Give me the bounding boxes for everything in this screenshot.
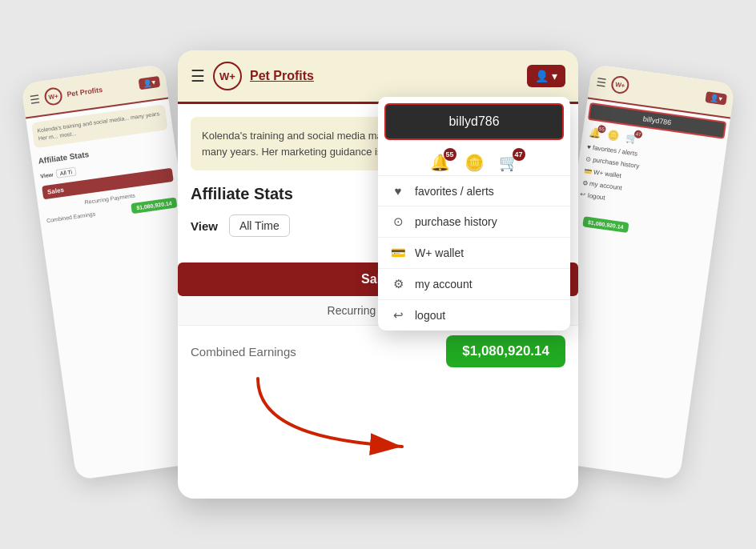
mini-right-earnings: $1,080,920.14	[582, 216, 629, 233]
cart-badge: 47	[513, 148, 525, 161]
cart-icon-btn[interactable]: 🛒 47	[499, 153, 519, 172]
combined-label: Combined Earnings	[191, 345, 296, 359]
menu-item-wallet[interactable]: 💳 W+ wallet	[378, 238, 570, 269]
gear-icon: ⚙	[391, 277, 405, 291]
mini-bell-icon: 🔔55	[589, 126, 602, 139]
mini-bell-badge: 55	[597, 125, 606, 134]
combined-earnings-row: Combined Earnings $1,080,920.14	[178, 326, 578, 377]
mini-site-name: Pet Profits	[66, 81, 135, 98]
user-icon: 👤	[535, 70, 549, 82]
wallet-icon-btn[interactable]: 🪙	[464, 153, 485, 172]
menu-item-history[interactable]: ⊙ purchase history	[378, 206, 570, 238]
chevron-down-icon: ▾	[552, 70, 557, 82]
mini-right-combined: $1,080,920.14	[576, 213, 708, 246]
mini-earnings-value: $1,080,920.14	[131, 197, 177, 214]
history-icon: ⊙	[391, 214, 405, 229]
mini-user-btn: 👤▾	[139, 76, 161, 90]
mini-combined-label: Combined Earnings	[46, 210, 96, 222]
favorites-label: favorites / alerts	[415, 185, 494, 198]
wallet-icon: 🪙	[464, 154, 485, 171]
mini-view-label: View	[40, 171, 54, 178]
dropdown-icons-row: 🔔 55 🪙 🛒 47	[378, 146, 570, 176]
main-site-name[interactable]: Pet Profits	[250, 69, 519, 83]
main-logo: W+	[213, 62, 242, 90]
mini-right-hamburger: ☰	[596, 75, 608, 90]
earnings-button[interactable]: $1,080,920.14	[446, 335, 565, 367]
account-label: my account	[415, 278, 472, 291]
arrow-annotation	[226, 371, 450, 467]
mini-cart-icon: 🛒47	[625, 132, 638, 145]
menu-item-account[interactable]: ⚙ my account	[378, 269, 570, 300]
logout-icon: ↩	[391, 308, 405, 323]
heart-icon: ♥	[391, 184, 405, 198]
mini-cart-badge: 47	[633, 130, 642, 138]
logout-label: logout	[415, 309, 445, 322]
menu-item-logout[interactable]: ↩ logout	[378, 300, 570, 331]
mini-right-site-name	[633, 86, 701, 96]
main-header: ☰ W+ Pet Profits 👤 ▾	[178, 50, 578, 104]
wallet-label: W+ wallet	[415, 246, 464, 259]
view-label: View	[191, 219, 218, 233]
mini-hamburger-icon: ☰	[29, 92, 41, 106]
dropdown-username: billyd786	[384, 103, 564, 140]
mini-right-logo: W+	[610, 75, 630, 95]
dropdown-menu: billyd786 🔔 55 🪙 🛒 47 ♥ favorites / aler…	[378, 97, 570, 331]
main-card: ☰ W+ Pet Profits 👤 ▾ billyd786 🔔 55 🪙 🛒 …	[178, 50, 578, 499]
view-select[interactable]: All Time	[229, 214, 290, 237]
arrow-svg	[226, 371, 450, 467]
mini-logo: W+	[43, 86, 63, 106]
mini-view-value: All Ti	[55, 166, 76, 178]
hamburger-icon[interactable]: ☰	[191, 66, 205, 86]
card-icon: 💳	[391, 246, 405, 260]
history-label: purchase history	[415, 215, 497, 228]
mini-right-user-btn: 👤▾	[705, 91, 727, 105]
mini-wallet-icon: 🪙	[607, 129, 621, 142]
bell-icon-btn[interactable]: 🔔 55	[430, 153, 450, 172]
user-dropdown-button[interactable]: 👤 ▾	[527, 65, 565, 87]
menu-item-favorites[interactable]: ♥ favorites / alerts	[378, 176, 570, 206]
bell-badge: 55	[444, 148, 456, 161]
